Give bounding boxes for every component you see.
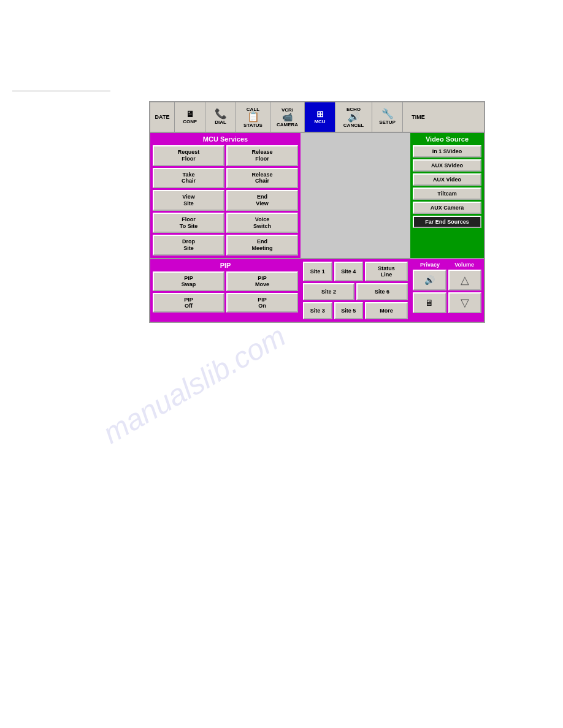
body-area: MCU Services RequestFloor ReleaseFloor T…: [150, 133, 484, 258]
drop-site-button[interactable]: DropSite: [153, 235, 224, 256]
site-area: Site 1 Site 4 StatusLine Site 2 Site 6 S…: [301, 259, 410, 322]
dial-button[interactable]: 📞 DIAL: [205, 102, 236, 132]
video-source-panel: Video Source In 1 SVideo AUX SVideo AUX …: [410, 133, 484, 258]
echo-cancel-icon: 🔊: [348, 112, 360, 122]
volume-up-button[interactable]: △: [448, 270, 482, 290]
mcu-services-panel: MCU Services RequestFloor ReleaseFloor T…: [150, 133, 301, 258]
pip-swap-button[interactable]: PIPSwap: [153, 271, 224, 291]
call-status-button[interactable]: CALL 📋 STATUS: [236, 102, 270, 132]
main-container: DATE 🖥 CONF 📞 DIAL CALL 📋 STATUS VCR/: [149, 101, 485, 323]
site-row-1: Site 1 Site 4 StatusLine: [303, 262, 408, 281]
pip-panel: PIP PIPSwap PIPMove PIPOff PIPOn: [150, 259, 301, 322]
voice-switch-button[interactable]: VoiceSwitch: [226, 213, 298, 233]
volume-down-button[interactable]: ▽: [448, 292, 482, 313]
far-end-sources-button[interactable]: Far End Sources: [413, 216, 481, 228]
aux-svideo-button[interactable]: AUX SVideo: [413, 159, 481, 172]
vcr-camera-button[interactable]: VCR/ 📹 CAMERA: [270, 102, 305, 132]
status-line-button[interactable]: StatusLine: [365, 262, 408, 281]
pip-on-button[interactable]: PIPOn: [226, 293, 298, 313]
tiltcam-button[interactable]: Tiltcam: [413, 188, 481, 200]
dial-icon: 📞: [215, 109, 227, 119]
privacy-toggle-button[interactable]: 🔊: [413, 270, 446, 290]
pv-grid: 🔊 △ 🖥 ▽: [413, 270, 481, 313]
pip-grid: PIPSwap PIPMove PIPOff PIPOn: [153, 271, 298, 313]
date-label: DATE: [150, 102, 175, 132]
view-site-button[interactable]: ViewSite: [153, 190, 224, 211]
call-status-icon: 📋: [247, 112, 259, 122]
bottom-area: PIP PIPSwap PIPMove PIPOff PIPOn Site 1 …: [150, 258, 484, 322]
site6-button[interactable]: Site 6: [356, 283, 408, 300]
aux-camera-button[interactable]: AUX Camera: [413, 202, 481, 214]
more-button[interactable]: More: [365, 302, 408, 319]
echo-cancel-button[interactable]: ECHO 🔊 CANCEL: [335, 102, 372, 132]
pv-titles: Privacy Volume: [413, 262, 481, 268]
volume-label: Volume: [454, 262, 474, 268]
privacy-volume-panel: Privacy Volume 🔊 △ 🖥 ▽: [410, 259, 484, 322]
site4-button[interactable]: Site 4: [334, 262, 364, 281]
time-label: TIME: [403, 102, 434, 132]
mcu-icon: ⊞: [316, 110, 324, 118]
site-row-3: Site 3 Site 5 More: [303, 302, 408, 319]
release-floor-button[interactable]: ReleaseFloor: [226, 145, 298, 166]
divider-line: [12, 91, 110, 91]
mcu-services-grid: RequestFloor ReleaseFloor TakeChair Rele…: [153, 145, 298, 256]
monitor-button[interactable]: 🖥: [413, 292, 446, 313]
site1-button[interactable]: Site 1: [303, 262, 332, 281]
privacy-label: Privacy: [420, 262, 440, 268]
in1-svideo-button[interactable]: In 1 SVideo: [413, 145, 481, 157]
pip-title: PIP: [153, 262, 298, 269]
end-meeting-button[interactable]: EndMeeting: [226, 235, 298, 256]
site-row-2: Site 2 Site 6: [303, 283, 408, 300]
page: DATE 🖥 CONF 📞 DIAL CALL 📋 STATUS VCR/: [0, 0, 563, 728]
site5-button[interactable]: Site 5: [334, 302, 364, 319]
setup-icon: 🔧: [381, 109, 394, 119]
pip-move-button[interactable]: PIPMove: [226, 271, 298, 291]
mcu-services-title: MCU Services: [153, 135, 298, 143]
floor-to-site-button[interactable]: FloorTo Site: [153, 213, 224, 233]
release-chair-button[interactable]: ReleaseChair: [226, 168, 298, 189]
aux-video-button[interactable]: AUX Video: [413, 173, 481, 186]
vcr-camera-icon: 📹: [282, 113, 293, 121]
site3-button[interactable]: Site 3: [303, 302, 332, 319]
site2-button[interactable]: Site 2: [303, 283, 354, 300]
preview-area: [301, 133, 410, 258]
video-source-title: Video Source: [413, 135, 481, 143]
mcu-button[interactable]: ⊞ MCU: [305, 102, 335, 132]
conf-icon: 🖥: [186, 110, 194, 118]
watermark: manualslib.com: [98, 319, 291, 450]
request-floor-button[interactable]: RequestFloor: [153, 145, 224, 166]
setup-button[interactable]: 🔧 SETUP: [372, 102, 403, 132]
top-bar: DATE 🖥 CONF 📞 DIAL CALL 📋 STATUS VCR/: [150, 102, 484, 133]
take-chair-button[interactable]: TakeChair: [153, 168, 224, 189]
conf-button[interactable]: 🖥 CONF: [175, 102, 205, 132]
end-view-button[interactable]: EndView: [226, 190, 298, 211]
pip-off-button[interactable]: PIPOff: [153, 293, 224, 313]
